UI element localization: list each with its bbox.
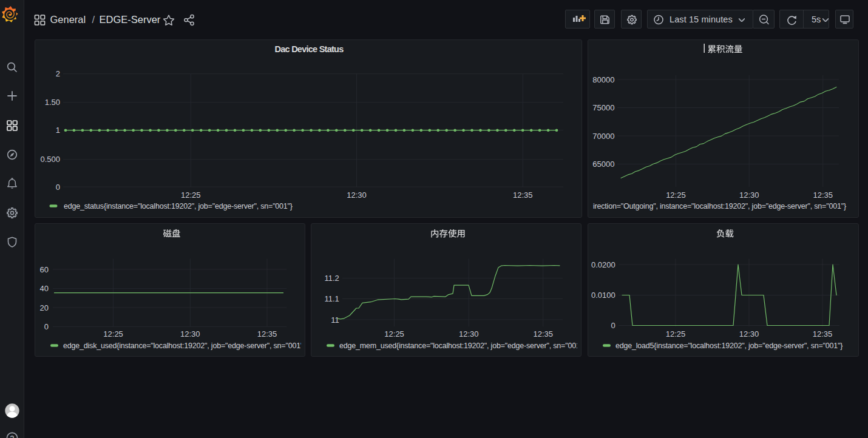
svg-text:General: General [50, 14, 86, 25]
svg-text:12:30: 12:30 [739, 190, 759, 200]
svg-text:80000: 80000 [592, 75, 614, 84]
svg-text:edge_disk_used{instance="local: edge_disk_used{instance="localhost:19202… [63, 342, 305, 350]
svg-text:1.50: 1.50 [45, 98, 60, 107]
svg-text:12:25: 12:25 [181, 190, 201, 200]
svg-text:70000: 70000 [592, 132, 614, 141]
svg-text:12:25: 12:25 [384, 329, 404, 339]
svg-text:EDGE-Server: EDGE-Server [100, 14, 161, 25]
svg-text:edge_status{instance="localhos: edge_status{instance="localhost:19202", … [64, 202, 293, 211]
svg-text:edge_load5{instance="localhost: edge_load5{instance="localhost:19202", j… [615, 342, 843, 350]
svg-text:12:30: 12:30 [347, 190, 367, 200]
svg-text:0.500: 0.500 [40, 155, 60, 164]
svg-text:12:35: 12:35 [513, 190, 533, 200]
svg-text:60: 60 [40, 265, 49, 274]
svg-text:11.2: 11.2 [324, 274, 339, 283]
svg-text:12:25: 12:25 [103, 329, 123, 339]
svg-text:edge_mem_used{instance="localh: edge_mem_used{instance="localhost:19202"… [339, 342, 585, 350]
svg-text:2: 2 [56, 69, 60, 78]
svg-text:20: 20 [40, 303, 49, 312]
svg-text:12:35: 12:35 [534, 329, 554, 339]
svg-text:0: 0 [56, 183, 60, 192]
svg-text:/: / [92, 14, 95, 25]
svg-text:12:35: 12:35 [813, 190, 833, 200]
svg-text:11: 11 [331, 315, 339, 325]
svg-text:12:25: 12:25 [666, 190, 686, 200]
svg-text:0: 0 [611, 321, 615, 330]
svg-text:Dac Device Status: Dac Device Status [275, 44, 344, 54]
svg-text:irection="Outgoing", instance=: irection="Outgoing", instance="localhost… [593, 202, 846, 211]
svg-text:1: 1 [56, 126, 60, 135]
svg-text:65000: 65000 [592, 160, 614, 169]
svg-text:12:35: 12:35 [813, 329, 833, 339]
svg-text:40: 40 [40, 284, 49, 293]
svg-text:12:25: 12:25 [666, 329, 686, 339]
svg-text:0.0100: 0.0100 [591, 291, 615, 300]
svg-text:12:35: 12:35 [257, 329, 277, 339]
svg-text:12:30: 12:30 [739, 329, 759, 339]
svg-text:11.1: 11.1 [324, 294, 339, 303]
svg-text:12:30: 12:30 [459, 329, 479, 339]
svg-text:0: 0 [44, 322, 49, 331]
svg-text:?: ? [10, 434, 14, 438]
svg-text:0.0200: 0.0200 [591, 260, 615, 269]
svg-text:12:30: 12:30 [180, 329, 200, 339]
svg-text:75000: 75000 [592, 103, 614, 112]
